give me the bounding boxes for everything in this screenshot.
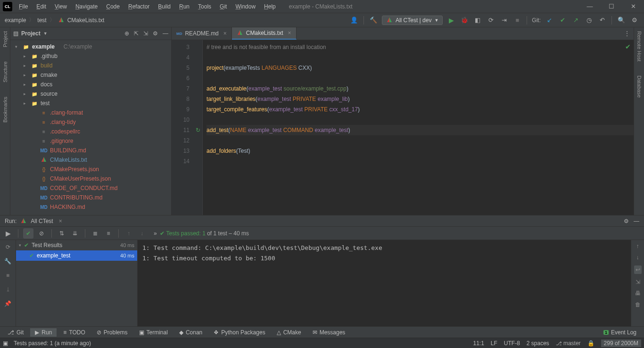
stop-icon[interactable]: ■ <box>3 270 13 281</box>
locate-icon[interactable]: ⊕ <box>124 30 129 37</box>
test-node-example_test[interactable]: ✔example_test40 ms <box>16 250 137 261</box>
toolwin-terminal[interactable]: ▣Terminal <box>134 328 173 337</box>
event-log-button[interactable]: 1Event Log <box>599 328 641 337</box>
tree-dir-cmake[interactable]: ▸📁cmake <box>10 70 171 80</box>
export-icon[interactable]: ⤓ <box>3 284 13 295</box>
hide-panel-icon[interactable]: — <box>634 218 639 224</box>
chevron-down-icon[interactable]: ▼ <box>43 31 48 36</box>
project-root[interactable]: ▾📁example C:\example <box>10 42 171 51</box>
gutter-marks[interactable]: ↻ <box>193 40 203 215</box>
attach-icon[interactable]: ⇥ <box>499 16 509 25</box>
tree-file-.clang-format[interactable]: ≡.clang-format <box>10 108 171 117</box>
scroll-up-icon[interactable]: ↑ <box>636 243 639 249</box>
settings-gear-icon[interactable]: ⚙ <box>153 30 158 37</box>
toolwin-problems[interactable]: ⊘Problems <box>92 328 132 337</box>
run-output[interactable]: 1: Test command: C:\example\build\dev\te… <box>138 240 631 326</box>
build-hammer-icon[interactable]: 🔨 <box>369 16 378 25</box>
expand-all-icon[interactable]: ⇱ <box>134 30 139 37</box>
toolwin-git[interactable]: ⎇Git <box>3 328 28 337</box>
hide-panel-icon[interactable]: — <box>163 30 168 37</box>
breadcrumb-file[interactable]: CMakeLists.txt <box>67 17 105 24</box>
pin-icon[interactable]: 📌 <box>3 298 13 309</box>
scroll-to-end-icon[interactable]: ⇲ <box>636 279 640 285</box>
project-panel-title[interactable]: Project <box>21 30 41 37</box>
menu-run[interactable]: Run <box>175 1 193 12</box>
show-ignored-toggle[interactable]: ⊘ <box>36 228 47 239</box>
next-failed-icon[interactable]: ↓ <box>137 228 147 239</box>
menu-window[interactable]: Window <box>231 1 259 12</box>
stripe-project[interactable]: Project <box>2 31 8 47</box>
close-window-button[interactable]: ✕ <box>622 0 644 13</box>
test-node-Test-Results[interactable]: ▾✔Test Results40 ms <box>16 240 137 250</box>
scroll-down-icon[interactable]: ↓ <box>636 254 639 261</box>
git-commit-icon[interactable]: ✔ <box>558 16 567 25</box>
file-encoding[interactable]: UTF-8 <box>504 340 520 347</box>
toggle-auto-test-icon[interactable]: 🔧 <box>3 256 13 266</box>
run-settings-gear-icon[interactable]: ⚙ <box>624 218 629 224</box>
settings-gear-icon[interactable]: ⚙ <box>630 16 639 25</box>
tree-file-.gitignore[interactable]: ≡.gitignore <box>10 136 171 146</box>
tree-dir-source[interactable]: ▸📁source <box>10 89 171 99</box>
tree-file-HACKING.md[interactable]: MDHACKING.md <box>10 202 171 212</box>
tree-file-CONTRIBUTING.md[interactable]: MDCONTRIBUTING.md <box>10 193 171 202</box>
users-icon[interactable]: 👤 <box>349 16 359 25</box>
menu-build[interactable]: Build <box>154 1 174 12</box>
collapse-all-icon[interactable]: ⇲ <box>143 30 148 37</box>
tree-file-CODE_OF_CONDUCT.md[interactable]: MDCODE_OF_CONDUCT.md <box>10 183 171 193</box>
inspection-ok-icon[interactable]: ✔ <box>625 43 631 50</box>
print-icon[interactable]: 🖶 <box>635 290 641 297</box>
tree-dir-.github[interactable]: ▸📁.github <box>10 51 171 61</box>
line-gutter[interactable]: 34567891011121314 <box>172 40 193 215</box>
project-tree[interactable]: ▾📁example C:\example▸📁.github▸📁build▸📁cm… <box>10 40 171 215</box>
stripe-remote-host[interactable]: Remote Host <box>636 31 642 61</box>
coverage-icon[interactable]: ◧ <box>473 16 482 25</box>
tree-file-.codespellrc[interactable]: ≡.codespellrc <box>10 127 171 136</box>
toolwin-messages[interactable]: ✉Messages <box>308 328 350 337</box>
breadcrumb[interactable]: example 〉 test 〉 CMakeLists.txt <box>5 16 104 24</box>
run-button[interactable]: ▶ <box>446 16 456 25</box>
tree-file-CMakeUserPresets.json[interactable]: {}CMakeUserPresets.json <box>10 174 171 183</box>
stripe-bookmarks[interactable]: Bookmarks <box>2 97 8 123</box>
tree-dir-test[interactable]: ▸📁test <box>10 99 171 108</box>
git-update-icon[interactable]: ↙ <box>545 16 554 25</box>
code-area[interactable]: # tree and is not feasible from an insta… <box>203 40 634 215</box>
tree-file-.clang-tidy[interactable]: ≡.clang-tidy <box>10 117 171 127</box>
sort-alpha-icon[interactable]: ⇅ <box>57 228 67 239</box>
rerun-button[interactable]: ▶ <box>3 228 13 239</box>
profile-icon[interactable]: ⟳ <box>486 16 495 25</box>
menu-view[interactable]: View <box>51 1 71 12</box>
run-config-dropdown[interactable]: All CTest | dev ▼ <box>382 16 443 25</box>
maximize-button[interactable]: ☐ <box>601 0 622 13</box>
tree-file-BUILDING.md[interactable]: MDBUILDING.md <box>10 146 171 155</box>
menu-edit[interactable]: Edit <box>33 1 50 12</box>
menu-file[interactable]: File <box>15 1 32 12</box>
stripe-structure[interactable]: Structure <box>2 61 8 83</box>
menu-help[interactable]: Help <box>260 1 280 12</box>
debug-button[interactable]: 🐞 <box>460 16 469 25</box>
tree-dir-build[interactable]: ▸📁build <box>10 61 171 70</box>
stop-button[interactable]: ■ <box>512 16 522 25</box>
line-separator[interactable]: LF <box>491 340 497 347</box>
collapse-all-icon[interactable]: ≡ <box>103 228 114 239</box>
search-everywhere-icon[interactable]: 🔍 <box>617 16 626 25</box>
editor[interactable]: 34567891011121314 ↻ # tree and is not fe… <box>172 40 634 215</box>
toolwin-python-packages[interactable]: ❖Python Packages <box>209 328 270 337</box>
toolwin-run[interactable]: ▶Run <box>30 328 57 337</box>
tree-file-CMakePresets.json[interactable]: {}CMakePresets.json <box>10 165 171 174</box>
prev-failed-icon[interactable]: ↑ <box>124 228 134 239</box>
minimize-button[interactable]: — <box>579 0 601 13</box>
menu-navigate[interactable]: Navigate <box>72 1 101 12</box>
clear-icon[interactable]: 🗑 <box>635 301 641 308</box>
rollback-icon[interactable]: ↶ <box>597 16 607 25</box>
toolwindows-icon[interactable]: ▣ <box>3 340 8 347</box>
tab-CMakeLists.txt[interactable]: CMakeLists.txt× <box>232 27 297 40</box>
run-config-name[interactable]: All CTest <box>31 218 53 224</box>
toolwin-cmake[interactable]: △CMake <box>272 328 306 337</box>
tab-README.md[interactable]: MDREADME.md× <box>172 27 232 40</box>
breadcrumb-folder[interactable]: test <box>37 17 46 24</box>
sort-duration-icon[interactable]: ⇊ <box>70 228 80 239</box>
menu-tools[interactable]: Tools <box>194 1 215 12</box>
git-branch[interactable]: ⎇ master <box>556 340 581 347</box>
toolwin-conan[interactable]: ◆Conan <box>174 328 207 337</box>
indent-setting[interactable]: 2 spaces <box>527 340 549 347</box>
